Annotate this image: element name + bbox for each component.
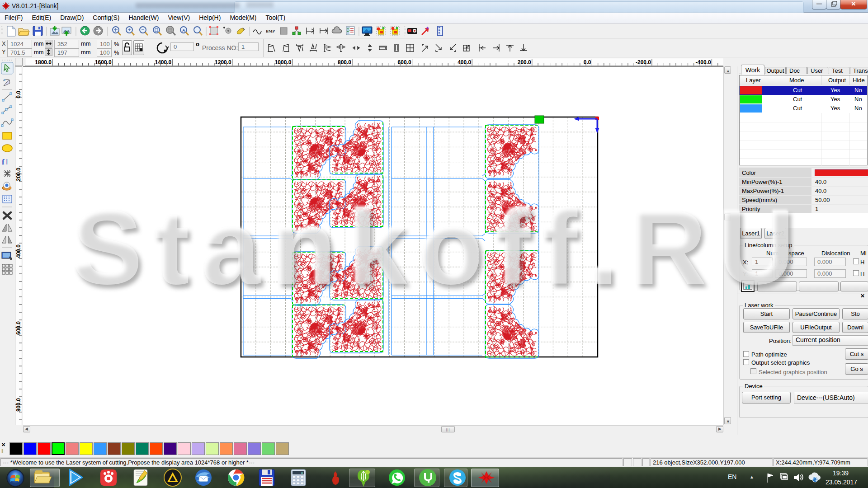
svg-text:-400.0: -400.0 [696,59,711,66]
svg-text:800.0: 800.0 [338,59,351,66]
svg-text:1800.0: 1800.0 [35,59,52,66]
svg-text:1600.0: 1600.0 [95,59,112,66]
svg-text:600.0: 600.0 [15,321,22,335]
svg-text:8: 8 [301,471,303,475]
svg-text:800.0: 800.0 [15,398,22,412]
svg-text:A: A [182,28,185,33]
svg-text:I: I [6,158,8,166]
svg-text:f: f [2,158,5,166]
svg-text:1000.0: 1000.0 [275,59,292,66]
svg-text:200.0: 200.0 [518,59,531,66]
svg-text:400.0: 400.0 [458,59,471,66]
svg-text:400.0: 400.0 [15,244,22,258]
svg-text:0.0: 0.0 [15,91,22,99]
svg-text:-200.0: -200.0 [636,59,651,66]
svg-text:1200.0: 1200.0 [215,59,231,66]
svg-text:200.0: 200.0 [15,168,22,181]
svg-text:BMP: BMP [266,29,275,33]
svg-text:0.0: 0.0 [584,59,591,66]
svg-text:600.0: 600.0 [398,59,411,66]
svg-text:1400.0: 1400.0 [155,59,171,66]
